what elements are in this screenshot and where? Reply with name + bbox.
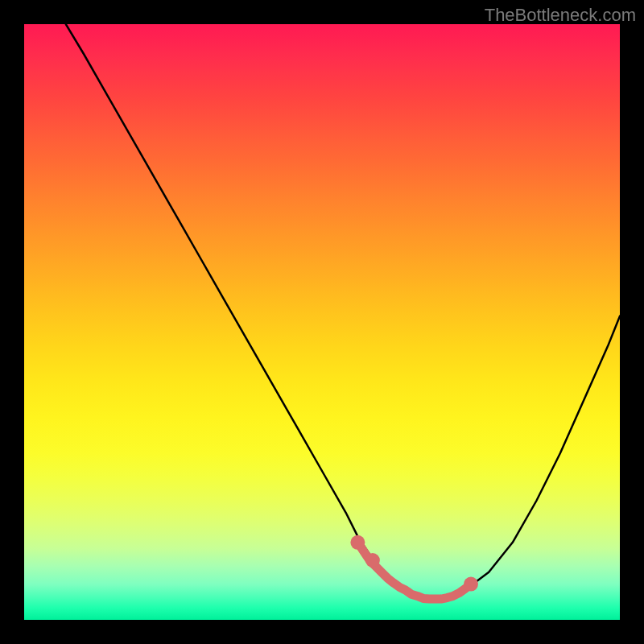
highlight-dot-2 [464, 577, 478, 592]
series-container [66, 24, 620, 599]
series-bottleneck-curve [66, 24, 620, 599]
highlight-dot-0 [350, 535, 365, 550]
series-highlight-segment [357, 543, 471, 599]
watermark-text: TheBottleneck.com [485, 5, 636, 26]
plot-area [24, 24, 620, 620]
chart-svg [24, 24, 620, 620]
highlight-dot-1 [365, 553, 380, 568]
highlight-dots [350, 535, 478, 592]
